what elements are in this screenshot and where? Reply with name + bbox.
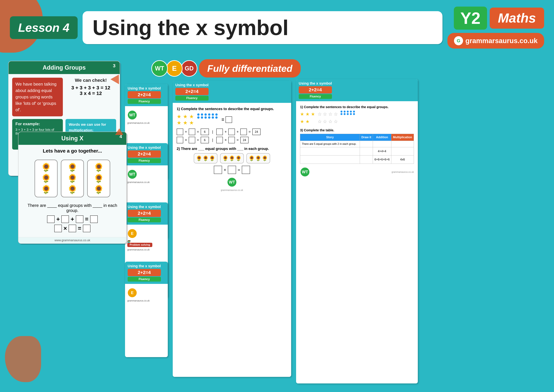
ws-table-h-mult: Multiplication: [391, 134, 414, 141]
ws-mid-stars-dots: ★ ★ ★ ★ ★ ★ =: [177, 113, 287, 126]
ws-mid-q3-eq: × =: [177, 166, 287, 174]
ws-card-2-badge: 2+2=4: [128, 150, 161, 158]
ws-mid-gram-footer: grammarsaurus.co.uk: [177, 189, 287, 191]
ws-card-3-badge: 2+2=4: [128, 210, 161, 217]
ws-right-card: Using the x symbol 2+2=4 Fluency 1) Comp…: [296, 79, 418, 384]
ws-table-cell-mult2: [391, 147, 414, 155]
sunflower-group-2: 🌻 🌻 🌻: [61, 160, 84, 197]
sunflower-group-3: 🌻 🌻 🌻: [87, 160, 110, 197]
slide2-title: Using X: [18, 132, 126, 145]
slide1-num: 3: [111, 62, 118, 70]
slide1-check-eq2: 3 x 4 = 12: [65, 91, 116, 96]
ws-table-h-story: Story: [300, 134, 360, 141]
ws-table-cell-story2: [300, 147, 360, 155]
slide1-red-box: We have been talking about adding equal …: [12, 78, 63, 116]
ws-mid-header: Using the x symbol 2+2=4 Fluency: [173, 81, 291, 103]
gram-logo-icon: G: [454, 36, 463, 45]
ws-mid-badge: 2+2=4: [175, 88, 208, 95]
slide1-example-title: For example:: [15, 122, 60, 126]
page-title: Using the x symbol: [92, 17, 433, 38]
ws-mid-q1: 1) Complete the sentences to describe th…: [177, 107, 287, 111]
ws-table-h-add: Addition: [373, 134, 391, 141]
slide2-mult-eq: × =: [22, 225, 123, 232]
title-box: Using the x symbol: [83, 11, 443, 44]
ws-mid-q3-sunflowers: 🌻🌻🌻 🌻🌻🌻 🌻🌻🌻: [177, 153, 287, 163]
ws-table-cell-add1: [373, 141, 391, 147]
ws-card-1-body: WT grammarsaurus.co.uk: [125, 106, 168, 126]
ws-card-3-title: Using the x symbol: [128, 205, 161, 209]
ws-card-1-title: Using the x symbol: [128, 86, 161, 91]
ws-table-cell-add2: 4+4+4: [373, 147, 391, 155]
ws-right-badge: 2+2=4: [299, 86, 332, 93]
ws-right-bottom: WT grammarsaurus.co.uk: [300, 167, 414, 177]
ws-table-cell-add3: 6+6+6+6+6: [373, 155, 391, 164]
ws-card-4-title: Using the x symbol: [128, 264, 161, 268]
lesson-badge: Lesson 4: [10, 16, 78, 39]
slide2-groups-text: There are ____ equal groups with ____ in…: [22, 203, 123, 213]
ws-right-title: Using the x symbol: [299, 81, 332, 86]
ws-right-table: Story Draw it Addition Multiplication Th…: [300, 134, 414, 164]
ws-right-star-groups: ★ ★ ★★ ★ ☆ ☆ ☆ ☆☆ ☆ ☆ ☆: [300, 111, 414, 126]
ws-card-4-level: E: [127, 288, 137, 298]
ws-right-header: Using the x symbol 2+2=4 Fluency: [296, 79, 418, 101]
ws-card-2-fluency: Fluency: [128, 158, 161, 163]
sunflower-group-1: 🌻 🌻 🌻: [35, 160, 58, 197]
ws-card-4-header: Using the x symbol 2+2=4 Fluency: [125, 262, 168, 284]
ws-table-row-1: There are 5 equal groups with 2 in each …: [300, 141, 414, 147]
ws-card-3-footer: grammarsaurus.co.uk: [127, 248, 166, 251]
ws-right-q1: 1) Complete the sentences to describe th…: [300, 105, 414, 109]
ws-card-1-fluency: Fluency: [128, 99, 161, 104]
diff-badge-area: WT E GD Fully differentiated: [151, 59, 301, 77]
slide-using-x: Using X 4 Lets have a go together... 🌻 🌻…: [18, 132, 127, 244]
sunflower-groups: 🌻 🌻 🌻 🌻 🌻 🌻 🌻 🌻 🌻: [22, 156, 123, 201]
ws-card-2-header: Using the x symbol 2+2=4 Fluency: [125, 143, 168, 165]
ws-right-body: 1) Complete the sentences to describe th…: [296, 101, 418, 181]
slide1-check-eq1: 3 + 3 + 3 + 3 = 12: [65, 85, 116, 91]
ws-card-3-level: E: [127, 229, 137, 238]
ws-card-4-fluency: Fluency: [128, 277, 161, 282]
ws-mid-title: Using the x symbol: [175, 83, 208, 87]
ws-mid-body: 1) Complete the sentences to describe th…: [173, 103, 291, 195]
ws-mid-q2a: + = 6 | + + = 24: [177, 128, 287, 135]
deco-triangle-2: [115, 128, 123, 135]
grammarsaurus-url: grammarsaurus.co.uk: [465, 37, 538, 45]
ws-card-1-badge: 2+2=4: [128, 91, 161, 98]
ws-card-3-header: Using the x symbol 2+2=4 Fluency: [125, 203, 168, 225]
ws-table-cell-mult1: [391, 141, 414, 147]
ws-card-3-body: E 🧑‍💻 Problem solving grammarsaurus.co.u…: [125, 225, 168, 253]
ws-mid-q3-label: 2) There are ___ equal groups with ___ i…: [177, 147, 287, 151]
ws-card-4-badge: 2+2=4: [128, 269, 161, 276]
ws-table-cell-draw2: [360, 147, 373, 155]
ws-right-wt-icon: WT: [300, 167, 310, 177]
ws-right-gram-footer: grammarsaurus.co.uk: [392, 171, 414, 173]
ws-card-1-footer: grammarsaurus.co.uk: [127, 122, 166, 124]
slide1-title: Adding Groups: [8, 61, 120, 74]
e-circle: E: [166, 60, 183, 77]
wt-circle: WT: [151, 60, 168, 77]
ws-card-2-body: WT grammarsaurus.co.uk: [125, 165, 168, 186]
ws-table-h-draw: Draw it: [360, 134, 373, 141]
ws-card-4-footer: grammarsaurus.co.uk: [127, 299, 166, 302]
ws-table-cell-draw1: [360, 141, 373, 147]
right-badges: Y2 Maths G grammarsaurus.co.uk: [447, 7, 544, 49]
ws-table-cell-story1: There are 5 equal groups with 2 in each …: [300, 141, 360, 147]
gd-circle: GD: [181, 60, 197, 77]
ws-table-cell-story3: [300, 155, 360, 164]
ws-card-4-body: E grammarsaurus.co.uk: [125, 284, 168, 304]
ws-table-row-3: 6+6+6+6+6 4x6: [300, 155, 414, 164]
ws-mid-wt-icon: WT: [227, 177, 237, 187]
year-badge: Y2: [454, 7, 487, 30]
slide1-words-title: Words we can use for multiplication:: [69, 122, 113, 133]
ws-table-cell-draw3: [360, 155, 373, 164]
slide2-subtitle: Lets have a go together...: [22, 148, 123, 154]
ws-card-4: Using the x symbol 2+2=4 Fluency E gramm…: [125, 262, 168, 357]
ws-mid-q2b: × = 6 | × = 24: [177, 137, 287, 143]
ws-card-3-ps: 🧑‍💻: [127, 240, 166, 243]
ws-mid-card: Using the x symbol 2+2=4 Fluency 1) Comp…: [173, 81, 291, 377]
ws-card-2-level: WT: [127, 169, 137, 179]
ws-mid-fluency: Fluency: [175, 96, 208, 101]
fully-diff-pill: Fully differentiated: [199, 59, 301, 77]
ws-right-q3-label: 3) Complete the table.: [300, 128, 414, 132]
maths-badge: Maths: [490, 7, 544, 29]
ws-card-3-ps-badge: Problem solving: [127, 243, 152, 247]
